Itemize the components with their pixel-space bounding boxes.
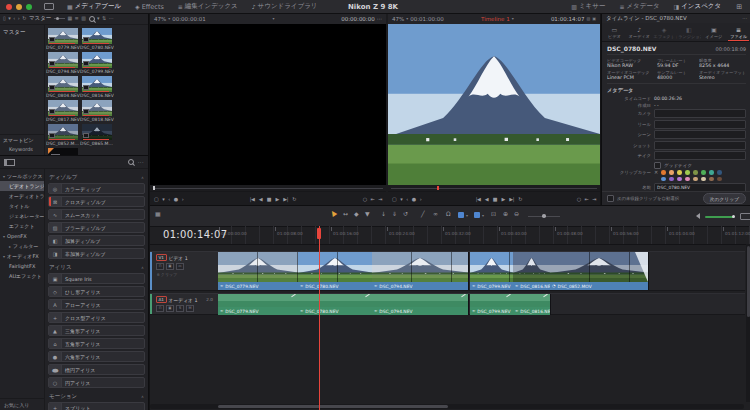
clip-color-swatch[interactable] [677,177,682,182]
effects-category-オーディオトランジション[interactable]: オーディオトランジション [0,191,44,201]
top-tab-media-pool[interactable]: ▦メディアプール [60,0,128,13]
timeline-audio-clip[interactable]: ∞DSC_0794.NEV [372,294,469,315]
auto-select-icon[interactable]: ▣ [166,305,174,312]
timeline-video-clip[interactable]: ∞DSC_0780.NEV [298,252,373,290]
effect-item[interactable]: ◎カラーディップ [48,183,145,194]
chevron-down-icon[interactable]: ▾ [482,213,484,218]
metadata-input[interactable] [654,130,746,139]
clip-color-swatch[interactable] [669,177,674,182]
effects-category-OpenFX[interactable]: ▾OpenFX [0,231,44,241]
top-tab-edit-index[interactable]: ≡編集インデックス [171,0,245,13]
smart-bin-item[interactable]: Keywords [0,145,44,153]
goto-last-frame-icon[interactable]: ▶| [283,196,288,202]
clip-color-swatch[interactable] [709,170,714,175]
effects-library-toggle-icon[interactable] [4,159,15,166]
insert-clip-icon[interactable]: ↓ [381,211,386,217]
slider-handle[interactable] [56,17,59,20]
play-icon[interactable]: ▶ [275,196,278,202]
playhead-handle[interactable] [317,228,321,239]
zoom-fit-icon[interactable]: ⊡ [491,211,496,217]
clip-color-swatch[interactable] [693,170,698,175]
effect-item[interactable]: ◧加算ディゾルブ [48,235,145,246]
clip-color-swatch[interactable] [677,170,682,175]
close-button[interactable] [6,4,12,10]
stop-icon[interactable]: ■ [493,196,497,202]
good-take-checkbox[interactable] [654,162,661,169]
minimize-button[interactable] [16,4,22,10]
play-reverse-icon[interactable]: ◀ [259,196,262,202]
mute-button[interactable]: M [186,305,194,312]
effect-item[interactable]: ▣Square Iris [48,273,145,284]
media-clip[interactable]: DSC_0818.NEV [80,100,114,122]
video-track-header[interactable]: V1 ビデオ 1 ⊓ ▣ ▭ 6 クリップ [150,251,219,291]
goto-first-frame-icon[interactable]: |◀ [250,196,255,202]
source-zoom-level[interactable]: 47% [154,16,166,22]
timeline-video-clip[interactable]: ◔DSC_0852.MOV [550,252,649,290]
timeline-name-dropdown[interactable]: Timeline 1 [481,16,510,22]
options-menu-icon[interactable]: ··· [109,16,114,21]
marker-color-chip[interactable] [474,212,480,218]
media-clip[interactable]: DSC_0804.NEV [46,76,80,98]
timeline-audio-clip[interactable]: ∞DSC_0816.NEV [513,294,551,315]
source-scrub-handle[interactable] [153,186,155,190]
clip-color-swatch[interactable] [661,170,666,175]
effect-item[interactable]: ◨非加算ディゾルブ [48,248,145,259]
flag-color-chip[interactable] [458,212,464,218]
workspace-icon[interactable]: ⊞ [728,3,750,11]
favorites-section-label[interactable]: お気に入り [0,398,44,410]
chevron-down-icon[interactable]: ▾ [8,16,11,21]
timeline-zoom-level[interactable]: 47% [392,16,404,22]
timeline-video-clip[interactable]: ∞DSC_0799.NEV [470,252,514,290]
goto-first-frame-icon[interactable]: |◀ [476,196,481,202]
top-tab-mixer[interactable]: ▥ミキサー [564,0,612,13]
source-scrub-bar[interactable] [150,185,386,192]
effects-category-AUエフェクト[interactable]: AUエフェクト [0,271,44,281]
media-clip[interactable]: DSC_0865.MOV [80,124,114,146]
selection-mode-icon[interactable]: ▲ [329,209,337,218]
effects-category-ジェネレーター[interactable]: ジェネレーター [0,211,44,221]
media-clip[interactable]: DSC_0817.NEV [46,100,80,122]
strip-view-icon[interactable]: ▥ [81,16,86,21]
effect-item[interactable]: ∿スムースカット [48,209,145,220]
color-palette-icon[interactable]: ▧ [586,16,590,21]
effects-category-エフェクト[interactable]: エフェクト [0,221,44,231]
linked-selection-icon[interactable]: ∞ [433,211,438,217]
jog-right-icon[interactable]: › [420,196,422,202]
effects-category-オーディオFX[interactable]: ▾オーディオFX [0,251,44,261]
timeline-audio-clip[interactable]: ∞DSC_0779.NEV [218,294,299,315]
top-tab-sound-library[interactable]: ♪サウンドライブラリ [245,0,325,13]
chevron-down-icon[interactable]: ▾ [162,196,164,202]
scrollbar-handle[interactable] [747,246,750,317]
top-tab-effects[interactable]: ◈Effects [128,0,171,13]
slider-handle[interactable] [542,214,546,218]
mark-out-icon[interactable]: ⇥ [592,196,596,202]
effect-item[interactable]: ⊠クロスディゾルブ [48,196,145,207]
jog-wheel-icon[interactable]: ● [412,196,416,202]
loop-icon[interactable]: ↻ [518,196,522,202]
back-icon[interactable]: ‹ [13,16,15,21]
top-tab-metadata[interactable]: ≡メタデータ [612,0,666,13]
keyboard-icon[interactable] [740,213,750,220]
replace-clip-icon[interactable]: ↺ [403,211,408,217]
metadata-input[interactable] [654,109,746,118]
clip-color-swatch[interactable] [717,170,722,175]
video-destination-selector[interactable]: V1 [156,254,167,261]
timeline-scrub-bar[interactable] [388,185,600,192]
collapse-icon[interactable]: ∧ [141,175,144,180]
effects-category-フィルター[interactable]: ▸フィルター [0,241,44,251]
track-lock-icon[interactable]: ⊓ [156,305,164,312]
effect-item[interactable]: ○円アイリス [48,377,145,388]
pen-icon[interactable]: ╱ [421,211,425,217]
bin-item-master[interactable]: マスター [0,27,44,38]
metadata-input[interactable] [654,120,746,129]
view-options-icon[interactable]: ▢ [392,196,396,202]
effect-item[interactable]: ●楕円アイリス [48,364,145,375]
jog-left-icon[interactable]: ‹ [406,196,408,202]
mark-out-icon[interactable]: ⇥ [378,196,382,202]
timeline-scrub-playhead[interactable] [437,186,439,190]
search-icon[interactable] [89,16,95,22]
clip-color-swatch[interactable] [685,177,690,182]
effect-item[interactable]: ▲三角形アイリス [48,325,145,336]
effects-category-ツールボックス[interactable]: ▾ツールボックス [0,171,44,181]
zoom-out-icon[interactable]: ⊖ [514,211,519,217]
